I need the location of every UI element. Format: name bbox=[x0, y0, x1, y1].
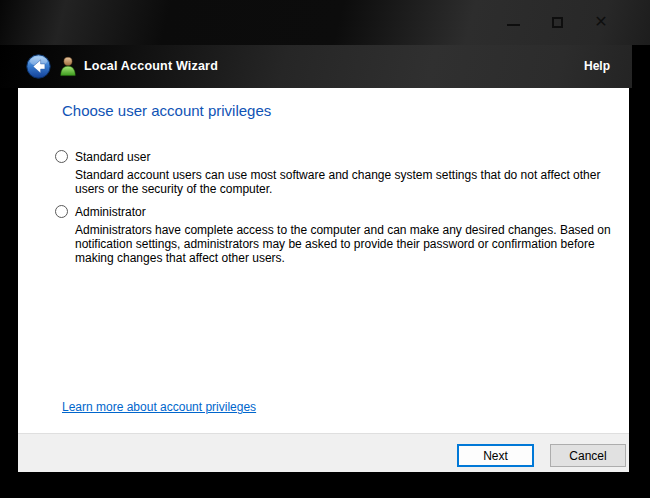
titlebar[interactable]: ✕ bbox=[0, 0, 650, 45]
local-account-wizard-window: ✕ bbox=[0, 0, 650, 498]
learn-more-link[interactable]: Learn more about account privileges bbox=[62, 400, 256, 414]
cancel-button[interactable]: Cancel bbox=[550, 444, 626, 467]
user-account-icon bbox=[59, 56, 77, 77]
help-link[interactable]: Help bbox=[584, 59, 610, 73]
app-title: Local Account Wizard bbox=[84, 59, 218, 73]
administrator-description: Administrators have complete access to t… bbox=[75, 223, 615, 265]
back-button[interactable] bbox=[26, 54, 51, 79]
administrator-label[interactable]: Administrator bbox=[75, 205, 146, 219]
wizard-header: Local Account Wizard Help bbox=[0, 45, 632, 88]
close-icon: ✕ bbox=[594, 14, 607, 30]
button-footer: Next Cancel bbox=[18, 433, 629, 472]
caption-buttons: ✕ bbox=[498, 10, 630, 34]
page-title: Choose user account privileges bbox=[62, 102, 271, 119]
next-button[interactable]: Next bbox=[457, 444, 534, 467]
standard-user-label[interactable]: Standard user bbox=[75, 150, 150, 164]
minimize-button[interactable] bbox=[498, 10, 528, 34]
close-button[interactable]: ✕ bbox=[586, 10, 616, 34]
minimize-icon bbox=[507, 24, 520, 26]
maximize-button[interactable] bbox=[542, 10, 572, 34]
maximize-icon bbox=[552, 17, 563, 28]
standard-user-radio[interactable] bbox=[55, 150, 68, 163]
administrator-radio[interactable] bbox=[55, 205, 68, 218]
wizard-page: Choose user account privileges Standard … bbox=[18, 88, 629, 433]
back-arrow-icon bbox=[26, 54, 51, 79]
standard-user-description: Standard account users can use most soft… bbox=[75, 168, 615, 196]
